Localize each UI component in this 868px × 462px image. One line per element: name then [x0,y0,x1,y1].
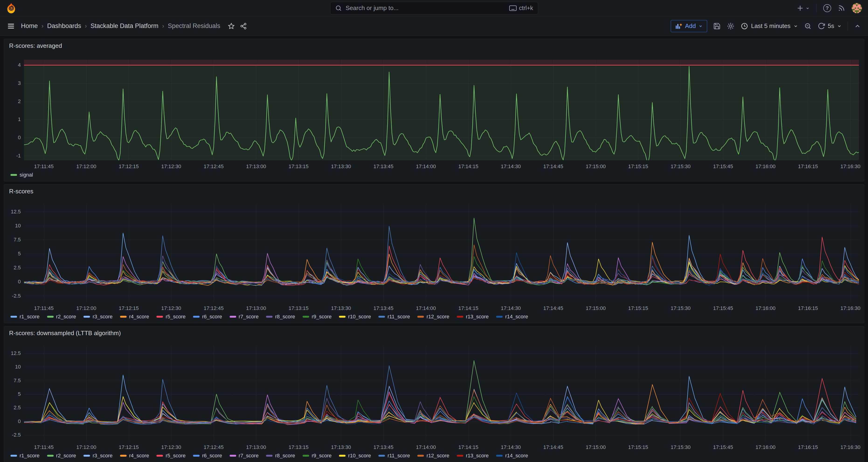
breadcrumb-separator: › [41,23,43,29]
legend-series-label: r7_score [239,453,259,459]
share-icon [240,23,247,30]
search-bar[interactable]: ctrl+k [330,2,538,14]
legend-series-marker [10,455,17,457]
y-tick-label: 12.5 [11,209,21,215]
panel-rscores-downsampled: R-scores: downsampled (LTTB algorithm) 1… [4,326,864,462]
legend-series-label: r12_score [427,453,449,459]
legend-item[interactable]: r11_score [378,453,410,459]
legend-item[interactable]: signal [10,172,33,178]
y-tick-label: 10 [15,364,21,370]
legend-series-marker [266,455,273,457]
legend-series-label: r14_score [505,314,528,320]
refresh-picker[interactable]: 5s [818,22,842,30]
legend-item[interactable]: r7_score [230,453,259,459]
legend-item[interactable]: r4_score [120,453,149,459]
y-tick-label: 1 [18,116,21,122]
x-tick-label: 17:12:00 [76,163,96,170]
mega-menu-button[interactable] [7,22,15,30]
legend-series-label: r12_score [427,314,449,320]
legend-item[interactable]: r4_score [120,314,149,320]
save-dashboard-button[interactable] [713,22,721,30]
legend-item[interactable]: r12_score [417,314,449,320]
x-tick-label: 17:12:30 [161,163,181,170]
legend-item[interactable]: r7_score [230,314,259,320]
new-menu-button[interactable] [797,4,810,12]
legend-series-marker [266,316,273,318]
legend-series-label: r4_score [129,453,149,459]
x-tick-label: 17:13:30 [331,163,351,170]
legend-series-label: r8_score [275,314,295,320]
legend-item[interactable]: r13_score [457,314,489,320]
legend-item[interactable]: r9_score [303,314,332,320]
legend-item[interactable]: r8_score [266,314,295,320]
y-tick-label: 5 [18,391,21,397]
legend-series-label: r4_score [129,314,149,320]
x-tick-label: 17:15:15 [628,444,648,450]
legend-item[interactable]: r6_score [193,314,222,320]
legend-series-label: r11_score [388,314,410,320]
legend-item[interactable]: r11_score [378,314,410,320]
legend-series-label: r10_score [348,453,371,459]
x-tick-label: 17:14:30 [501,444,521,450]
help-button[interactable]: ? [823,4,831,12]
add-panel-button[interactable]: Add [671,20,707,32]
y-tick-label: 0 [18,279,21,285]
legend-series-label: r5_score [165,314,186,320]
legend-item[interactable]: r8_score [266,453,295,459]
panel-title[interactable]: R-scores: downsampled (LTTB algorithm) [9,330,121,337]
kiosk-mode-button[interactable] [854,23,861,30]
x-tick-label: 17:15:00 [586,305,606,311]
zoom-out-icon [804,22,812,30]
legend-item[interactable]: r5_score [156,314,186,320]
legend-series-label: r5_score [165,453,186,459]
legend-item[interactable]: r14_score [496,314,528,320]
news-button[interactable] [838,4,845,12]
zoom-out-button[interactable] [804,22,812,30]
breadcrumb-home[interactable]: Home [21,22,38,30]
x-tick-label: 17:14:15 [458,444,478,450]
legend-item[interactable]: r3_score [84,453,113,459]
grafana-logo[interactable] [6,3,16,13]
legend-item[interactable]: r12_score [417,453,449,459]
time-range-picker[interactable]: Last 5 minutes [741,22,798,30]
legend-item[interactable]: r13_score [457,453,489,459]
search-input[interactable] [346,4,506,12]
legend-item[interactable]: r10_score [339,314,371,320]
breadcrumb-dashboards[interactable]: Dashboards [47,22,81,30]
y-tick-label: -2.5 [12,432,21,438]
dashboard-settings-button[interactable] [727,22,735,30]
plot-area[interactable] [24,60,859,160]
x-tick-label: 17:14:45 [543,163,563,170]
legend-item[interactable]: r14_score [496,453,528,459]
legend-item[interactable]: r5_score [156,453,186,459]
search-shortcut: ctrl+k [509,5,533,11]
x-tick-label: 17:12:15 [119,444,139,450]
plot-area[interactable] [24,204,859,302]
x-tick-label: 17:16:00 [755,163,776,170]
favorite-button[interactable] [228,23,235,30]
legend-item[interactable]: r9_score [303,453,332,459]
breadcrumb-folder[interactable]: Stackable Data Platform [90,22,158,30]
legend-item[interactable]: r10_score [339,453,371,459]
panel-title[interactable]: R-scores [9,188,33,195]
x-tick-label: 17:16:30 [840,444,861,450]
legend-item[interactable]: r2_score [47,314,76,320]
panel-title[interactable]: R-scores: averaged [9,42,62,50]
legend-item[interactable]: r3_score [84,314,113,320]
refresh-icon [818,22,825,30]
legend-item[interactable]: r1_score [10,314,40,320]
legend-series-label: r2_score [56,453,76,459]
y-tick-label: 0 [18,419,21,425]
x-axis: 17:11:4517:12:0017:12:1517:12:3017:12:45… [24,160,859,171]
plot-area[interactable] [24,346,859,441]
share-button[interactable] [240,23,247,30]
x-tick-label: 17:12:45 [204,305,224,311]
legend-item[interactable]: r1_score [10,453,40,459]
legend-item[interactable]: r2_score [47,453,76,459]
x-tick-label: 17:14:00 [416,305,436,311]
user-avatar[interactable] [852,3,862,13]
legend-series-marker [303,316,309,318]
add-button-label: Add [685,22,696,30]
x-tick-label: 17:16:15 [798,305,818,311]
legend-item[interactable]: r6_score [193,453,222,459]
